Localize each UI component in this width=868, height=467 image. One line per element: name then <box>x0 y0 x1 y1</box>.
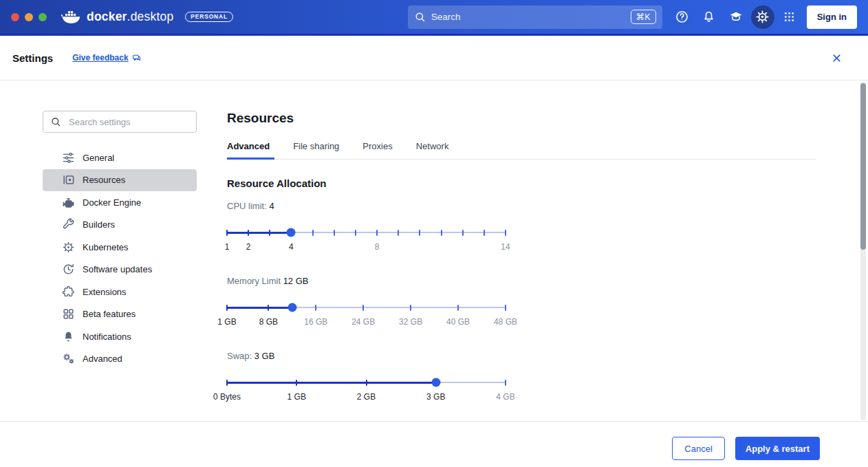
sidebar-item-docker-engine[interactable]: Docker Engine <box>43 191 197 214</box>
scrollbar-track[interactable] <box>860 82 866 420</box>
sidebar-item-label: Builders <box>83 219 115 230</box>
cpu-limit-tick-label: 14 <box>501 242 510 252</box>
slider-block-memory-limit: Memory Limit 12 GB1 GB8 GB16 GB24 GB32 G… <box>227 276 506 328</box>
settings-content: GeneralResourcesDocker EngineBuildersKub… <box>0 80 868 421</box>
resources-panel: Resources AdvancedFile sharingProxiesNet… <box>227 80 816 403</box>
titlebar: docker.desktop PERSONAL Search ⌘K <box>0 0 868 36</box>
apply-restart-button[interactable]: Apply & restart <box>735 437 820 460</box>
tab-proxies[interactable]: Proxies <box>362 141 397 160</box>
swap-slider[interactable] <box>227 373 506 392</box>
sidebar-item-builders[interactable]: Builders <box>43 214 197 237</box>
feedback-chat-icon <box>132 54 141 63</box>
close-window-button[interactable] <box>11 13 19 21</box>
memory-limit-tick <box>457 305 459 311</box>
docker-desktop-window: docker.desktop PERSONAL Search ⌘K <box>0 0 868 467</box>
sidebar-item-general[interactable]: General <box>43 146 197 169</box>
sidebar-item-resources[interactable]: Resources <box>43 169 197 192</box>
plan-badge: PERSONAL <box>185 12 233 23</box>
apps-grid-icon[interactable] <box>778 6 801 29</box>
swap-tick <box>505 380 506 386</box>
swap-tick <box>226 380 228 386</box>
swap-tick-labels: 0 Bytes1 GB2 GB3 GB4 GB <box>227 392 506 403</box>
update-clock-icon <box>62 263 75 276</box>
sidebar-item-notifications[interactable]: Notifications <box>43 325 197 348</box>
window-controls <box>11 13 47 21</box>
memory-limit-slider[interactable] <box>227 298 506 317</box>
minimize-window-button[interactable] <box>25 13 33 21</box>
sidebar-item-label: Beta features <box>83 309 135 319</box>
sidebar-item-label: Extensions <box>83 287 127 297</box>
cpu-limit-tick-labels: 124814 <box>227 242 506 253</box>
section-title: Resource Allocation <box>227 177 816 189</box>
sidebar-item-label: General <box>83 153 114 163</box>
cpu-limit-tick <box>334 230 335 236</box>
sign-in-button[interactable]: Sign in <box>807 6 857 29</box>
tab-network[interactable]: Network <box>416 141 454 160</box>
cancel-button[interactable]: Cancel <box>672 437 724 460</box>
settings-title: Settings <box>12 52 53 64</box>
resources-tabs: AdvancedFile sharingProxiesNetwork <box>227 141 816 160</box>
sidebar-item-label: Software updates <box>83 264 152 274</box>
search-shortcut-badge: ⌘K <box>631 10 656 24</box>
cpu-limit-tick <box>376 230 378 236</box>
global-search-placeholder: Search <box>431 12 625 22</box>
page-title: Resources <box>227 111 816 126</box>
help-icon[interactable] <box>671 6 694 29</box>
sidebar-item-label: Advanced <box>83 354 122 364</box>
give-feedback-link[interactable]: Give feedback <box>72 53 140 63</box>
cpu-limit-slider[interactable] <box>227 223 506 242</box>
swap-slider-thumb[interactable] <box>431 378 440 387</box>
memory-limit-value: 12 GB <box>283 276 309 286</box>
sidebar-item-advanced[interactable]: Advanced <box>43 348 197 371</box>
docker-whale-icon <box>61 10 81 25</box>
memory-limit-tick-label: 48 GB <box>494 317 517 327</box>
sidebar-search-input[interactable] <box>67 116 189 128</box>
app-title: docker.desktop <box>87 10 173 24</box>
swap-tick-label: 4 GB <box>496 392 514 402</box>
notifications-bell-icon[interactable] <box>697 6 721 29</box>
gauge-icon <box>62 173 75 186</box>
memory-limit-tick <box>505 305 506 311</box>
puzzle-icon <box>62 285 75 298</box>
slider-block-cpu-limit: CPU limit: 4124814 <box>227 201 506 253</box>
cpu-limit-tick <box>398 230 399 236</box>
close-settings-icon[interactable] <box>827 48 846 67</box>
cpu-limit-slider-thumb[interactable] <box>287 228 296 237</box>
sidebar-item-kubernetes[interactable]: Kubernetes <box>43 236 197 259</box>
sidebar-item-software-updates[interactable]: Software updates <box>43 259 197 281</box>
tab-advanced[interactable]: Advanced <box>227 141 274 160</box>
tab-file-sharing[interactable]: File sharing <box>293 141 344 160</box>
sidebar-item-extensions[interactable]: Extensions <box>43 281 197 303</box>
sidebar-item-beta-features[interactable]: Beta features <box>43 303 197 326</box>
swap-caption: Swap: 3 GB <box>227 351 506 363</box>
cpu-limit-tick <box>226 230 228 236</box>
sidebar-nav: GeneralResourcesDocker EngineBuildersKub… <box>43 146 197 370</box>
memory-limit-tick-label: 24 GB <box>351 317 375 327</box>
settings-sidebar: GeneralResourcesDocker EngineBuildersKub… <box>43 111 197 370</box>
wrench-icon <box>62 218 75 231</box>
cpu-limit-tick <box>419 230 420 236</box>
swap-label: Swap: <box>227 351 252 361</box>
memory-limit-tick <box>226 305 228 311</box>
sidebar-search-box[interactable] <box>43 111 197 133</box>
global-search-input[interactable]: Search ⌘K <box>408 6 662 29</box>
docker-logo: docker.desktop PERSONAL <box>61 10 233 25</box>
sidebar-item-label: Kubernetes <box>83 242 129 252</box>
sidebar-item-label: Resources <box>83 175 125 185</box>
settings-gear-icon[interactable] <box>751 6 774 29</box>
engine-icon <box>62 196 75 209</box>
sliders-container: CPU limit: 4124814Memory Limit 12 GB1 GB… <box>227 201 816 403</box>
cpu-limit-value: 4 <box>269 201 274 211</box>
memory-limit-slider-thumb[interactable] <box>287 303 296 312</box>
cpu-limit-tick <box>462 230 464 236</box>
scrollbar-thumb[interactable] <box>860 83 866 250</box>
swap-tick <box>296 380 297 386</box>
learning-center-icon[interactable] <box>724 6 748 29</box>
cpu-limit-tick-label: 4 <box>289 242 294 252</box>
maximize-window-button[interactable] <box>39 13 47 21</box>
memory-limit-caption: Memory Limit 12 GB <box>227 276 506 288</box>
memory-limit-tick <box>410 305 411 311</box>
cpu-limit-tick <box>505 230 506 236</box>
memory-limit-tick-label: 16 GB <box>304 317 327 327</box>
bell-icon <box>62 330 75 343</box>
